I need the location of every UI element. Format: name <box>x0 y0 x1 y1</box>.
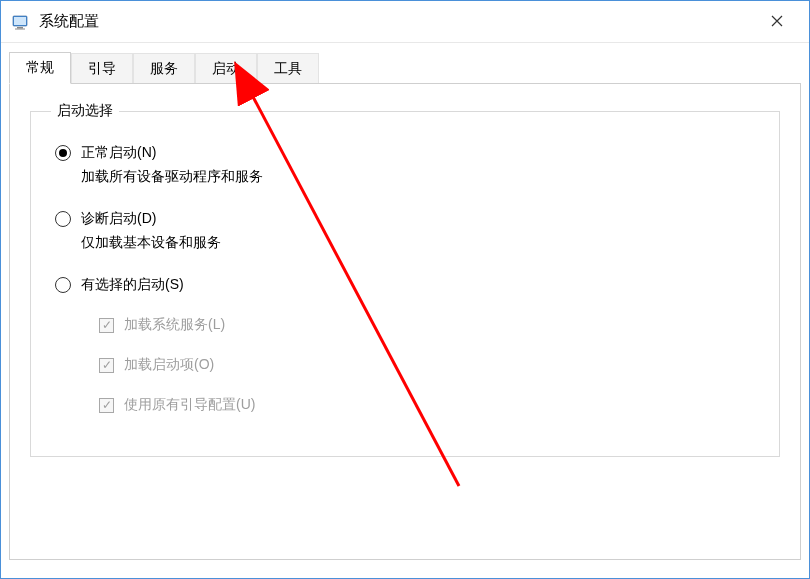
radio-diagnostic-desc: 仅加载基本设备和服务 <box>81 234 759 252</box>
startup-selection-group: 启动选择 正常启动(N) 加载所有设备驱动程序和服务 诊断启动(D) 仅加载基本… <box>30 102 780 457</box>
svg-rect-1 <box>14 17 26 25</box>
tab-general[interactable]: 常规 <box>9 52 71 84</box>
radio-label: 正常启动(N) <box>81 144 156 162</box>
checkbox-icon: ✓ <box>99 398 114 413</box>
checkbox-use-original-boot-config: ✓ 使用原有引导配置(U) <box>99 396 759 414</box>
app-icon <box>11 13 29 31</box>
svg-rect-3 <box>15 28 25 29</box>
close-icon <box>771 13 783 31</box>
svg-rect-2 <box>17 27 23 29</box>
close-button[interactable] <box>755 7 799 37</box>
checkbox-icon: ✓ <box>99 318 114 333</box>
checkbox-label: 加载启动项(O) <box>124 356 214 374</box>
checkbox-label: 使用原有引导配置(U) <box>124 396 255 414</box>
tab-startup[interactable]: 启动 <box>195 53 257 84</box>
checkbox-label: 加载系统服务(L) <box>124 316 225 334</box>
tab-boot[interactable]: 引导 <box>71 53 133 84</box>
checkbox-icon: ✓ <box>99 358 114 373</box>
checkbox-load-startup-items: ✓ 加载启动项(O) <box>99 356 759 374</box>
radio-label: 诊断启动(D) <box>81 210 156 228</box>
radio-icon <box>55 145 71 161</box>
radio-icon <box>55 277 71 293</box>
tab-tools[interactable]: 工具 <box>257 53 319 84</box>
checkbox-load-system-services: ✓ 加载系统服务(L) <box>99 316 759 334</box>
group-legend: 启动选择 <box>51 102 119 120</box>
radio-diagnostic-startup[interactable]: 诊断启动(D) <box>55 210 759 228</box>
tab-services[interactable]: 服务 <box>133 53 195 84</box>
tabbar: 常规 引导 服务 启动 工具 <box>1 43 809 83</box>
radio-icon <box>55 211 71 227</box>
window-title: 系统配置 <box>39 12 755 31</box>
radio-normal-startup[interactable]: 正常启动(N) <box>55 144 759 162</box>
radio-selective-startup[interactable]: 有选择的启动(S) <box>55 276 759 294</box>
check-icon: ✓ <box>102 319 112 331</box>
radio-label: 有选择的启动(S) <box>81 276 184 294</box>
radio-normal-desc: 加载所有设备驱动程序和服务 <box>81 168 759 186</box>
check-icon: ✓ <box>102 359 112 371</box>
check-icon: ✓ <box>102 399 112 411</box>
msconfig-window: 系统配置 常规 引导 服务 启动 工具 启动选择 正常启动(N) 加载所有设备驱… <box>0 0 810 579</box>
tab-content: 启动选择 正常启动(N) 加载所有设备驱动程序和服务 诊断启动(D) 仅加载基本… <box>9 83 801 560</box>
titlebar: 系统配置 <box>1 1 809 43</box>
